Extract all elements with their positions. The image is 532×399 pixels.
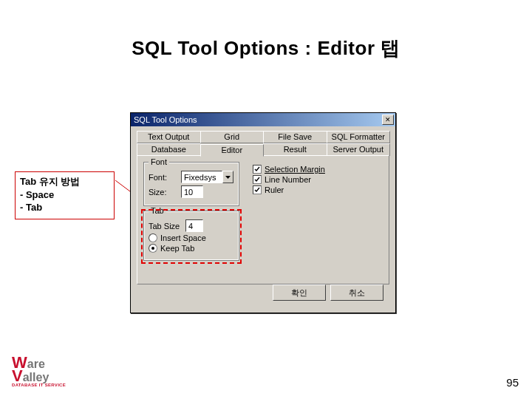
editor-tab-panel: Font Font: Size: T	[137, 155, 389, 284]
dialog-button-bar: 확인 취소	[137, 284, 389, 307]
tab-groupbox: Tab Tab Size Insert Space Keep Tab	[143, 211, 239, 261]
font-groupbox: Font Font: Size:	[143, 162, 239, 206]
tab-text-output[interactable]: Text Output	[137, 131, 201, 143]
tab-group-title: Tab	[149, 206, 166, 215]
dialog-title: SQL Tool Options	[134, 115, 382, 124]
chevron-down-icon	[225, 176, 231, 179]
insert-space-radio[interactable]	[149, 233, 157, 242]
size-label: Size:	[149, 188, 181, 197]
editor-view-options: Selection Margin Line Number Ruler	[248, 163, 325, 194]
font-size-input[interactable]	[181, 185, 203, 198]
ruler-checkbox[interactable]	[253, 185, 262, 194]
font-dropdown-button[interactable]	[222, 171, 233, 183]
tab-row-1: Text Output Grid File Save SQL Formatter	[137, 131, 389, 143]
callout-line: - Tab	[20, 201, 109, 214]
ok-button[interactable]: 확인	[273, 284, 326, 301]
font-group-title: Font	[149, 157, 169, 166]
tab-file-save[interactable]: File Save	[263, 131, 327, 143]
page-number: 95	[506, 376, 519, 389]
svg-marker-1	[225, 176, 231, 179]
tab-grid[interactable]: Grid	[200, 131, 265, 143]
callout-line: Tab 유지 방법	[20, 175, 109, 188]
keep-tab-label: Keep Tab	[160, 244, 194, 253]
tab-row-2: Database Editor Result Server Output	[137, 143, 389, 156]
callout-tab-options: Tab 유지 방법 - Space - Tab	[15, 171, 115, 219]
tab-editor[interactable]: Editor	[200, 144, 265, 157]
ruler-label: Ruler	[265, 185, 284, 194]
cancel-button[interactable]: 취소	[330, 284, 383, 301]
keep-tab-radio[interactable]	[149, 244, 157, 253]
tab-sql-formatter[interactable]: SQL Formatter	[327, 131, 391, 143]
logo-tagline: DATABASE IT SERVICE	[12, 383, 66, 387]
selection-margin-checkbox[interactable]	[253, 165, 262, 174]
tabsize-label: Tab Size	[149, 222, 185, 231]
dialog-titlebar: SQL Tool Options ✕	[131, 113, 395, 126]
tab-server-output[interactable]: Server Output	[327, 143, 391, 156]
tab-database[interactable]: Database	[137, 143, 201, 156]
selection-margin-label: Selection Margin	[265, 165, 325, 174]
insert-space-label: Insert Space	[160, 233, 206, 242]
options-dialog: SQL Tool Options ✕ Text Output Grid File…	[130, 112, 396, 313]
close-button[interactable]: ✕	[382, 115, 394, 125]
font-label: Font:	[149, 173, 181, 182]
tab-result[interactable]: Result	[263, 143, 327, 156]
slide-title: SQL Tool Options : Editor 탭	[0, 35, 532, 61]
callout-line: - Space	[20, 188, 109, 202]
line-number-label: Line Number	[265, 175, 311, 184]
tabsize-input[interactable]	[185, 219, 203, 232]
logo-are: are	[27, 358, 45, 370]
warevalley-logo: Ware Valley DATABASE IT SERVICE	[12, 356, 66, 387]
font-combobox[interactable]	[181, 171, 222, 183]
line-number-checkbox[interactable]	[253, 175, 262, 184]
logo-alley: alley	[23, 371, 50, 383]
